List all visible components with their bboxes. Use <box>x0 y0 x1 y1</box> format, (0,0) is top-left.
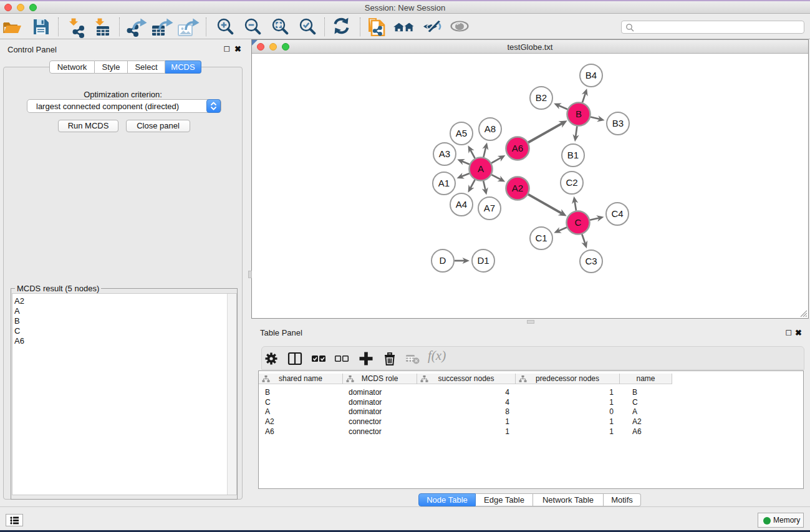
svg-text:A8: A8 <box>485 123 496 134</box>
svg-text:C2: C2 <box>566 177 577 188</box>
svg-text:A3: A3 <box>439 148 450 159</box>
svg-text:D1: D1 <box>477 255 489 266</box>
svg-text:A4: A4 <box>456 199 467 210</box>
svg-text:D: D <box>440 255 446 266</box>
svg-text:B2: B2 <box>536 92 547 103</box>
svg-text:C3: C3 <box>585 256 597 266</box>
svg-text:A: A <box>478 163 484 174</box>
svg-text:A5: A5 <box>456 128 467 138</box>
svg-text:B4: B4 <box>586 70 597 80</box>
svg-text:B: B <box>576 109 582 119</box>
svg-text:A1: A1 <box>438 178 450 188</box>
svg-text:C1: C1 <box>535 233 547 243</box>
svg-text:A7: A7 <box>484 203 495 213</box>
svg-text:C: C <box>575 217 582 228</box>
svg-text:A2: A2 <box>512 183 523 193</box>
svg-text:A6: A6 <box>512 143 523 153</box>
svg-text:C4: C4 <box>611 208 623 219</box>
svg-text:B3: B3 <box>612 118 624 128</box>
svg-text:B1: B1 <box>567 150 579 160</box>
